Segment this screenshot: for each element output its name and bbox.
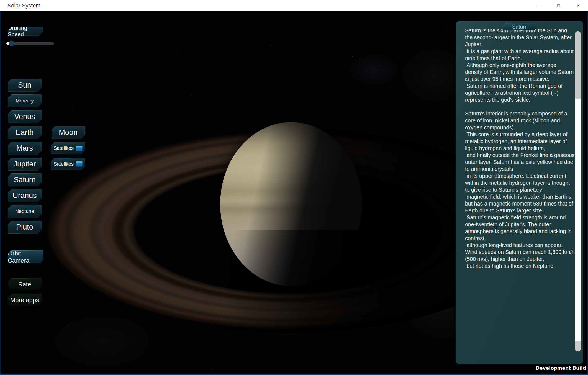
scrollbar-track-bottom[interactable]: [575, 341, 581, 351]
planet-button-jupiter[interactable]: Jupiter: [8, 158, 42, 171]
button-label: Orbit Camera: [8, 250, 43, 264]
planet-button-sun[interactable]: Sun: [8, 79, 42, 92]
planet-button-mercury[interactable]: Mercury: [8, 94, 42, 107]
planet-button-earth[interactable]: Earth: [8, 126, 42, 139]
window-controls: — □ ✕: [529, 0, 588, 11]
planet-button-mars[interactable]: Mars: [8, 142, 42, 155]
info-panel-scrollbar[interactable]: [575, 31, 581, 351]
close-button[interactable]: ✕: [568, 0, 588, 11]
satellites-button-1[interactable]: Satellites: [51, 142, 85, 154]
button-label: Neptune: [15, 209, 34, 214]
planet-info-panel: Saturn Saturn is the sixth planet from t…: [456, 21, 583, 364]
button-label: Satellites: [53, 161, 74, 167]
button-label: Sun: [18, 81, 31, 89]
satellites-toggle-icon[interactable]: [76, 161, 83, 167]
button-label: Uranus: [12, 191, 37, 200]
more-apps-button[interactable]: More apps: [8, 294, 42, 306]
orbiting-speed-text: Orbiting Speed: [8, 25, 43, 38]
window-border-bottom: [0, 374, 588, 375]
satellites-toggle-icon[interactable]: [76, 146, 83, 151]
button-label: Mercury: [16, 98, 34, 104]
slider-handle[interactable]: [9, 41, 14, 46]
button-label: Rate: [18, 281, 31, 288]
button-label: Mars: [16, 144, 33, 153]
planet-button-uranus[interactable]: Uranus: [8, 189, 42, 202]
button-label: Venus: [14, 112, 35, 121]
minimize-button[interactable]: —: [529, 0, 549, 11]
info-text-scroll-area[interactable]: Saturn is the sixth planet from the Sun …: [465, 29, 575, 356]
button-label: More apps: [10, 297, 39, 304]
moon-button[interactable]: Moon: [52, 126, 85, 139]
button-label: Moon: [59, 128, 78, 137]
maximize-icon: □: [557, 3, 560, 8]
info-panel-title: Saturn: [512, 24, 528, 30]
button-label: Saturn: [14, 176, 36, 184]
window-border-left: [0, 12, 1, 375]
orbit-camera-button[interactable]: Orbit Camera: [8, 250, 43, 263]
solar-system-window: Solar System — □ ✕ Orbiting Speed: [0, 0, 588, 375]
orbiting-speed-slider[interactable]: [6, 42, 54, 45]
button-label: Jupiter: [13, 160, 36, 168]
button-label: Earth: [16, 128, 34, 137]
development-build-label: Development Build: [536, 365, 586, 371]
app-content: Orbiting Speed Sun Mercury Venus Earth M…: [0, 12, 588, 375]
planet-button-neptune[interactable]: Neptune: [8, 205, 42, 218]
planet-button-saturn[interactable]: Saturn: [8, 173, 42, 186]
nebula-glow: [338, 48, 410, 92]
title-bar: Solar System — □ ✕: [0, 0, 588, 11]
close-icon: ✕: [576, 3, 580, 8]
scrollbar-track-top[interactable]: [575, 31, 581, 99]
planet-button-venus[interactable]: Venus: [8, 110, 42, 123]
planet-button-pluto[interactable]: Pluto: [8, 221, 42, 234]
button-label: Satellites: [53, 145, 74, 151]
window-title: Solar System: [7, 0, 40, 11]
minimize-icon: —: [536, 3, 541, 9]
button-label: Pluto: [16, 223, 33, 232]
maximize-button[interactable]: □: [549, 0, 568, 11]
info-panel-title-tab: Saturn: [503, 23, 537, 30]
orbiting-speed-label: Orbiting Speed: [8, 27, 43, 36]
rate-button[interactable]: Rate: [8, 278, 42, 290]
info-body-text: Saturn is the sixth planet from the Sun …: [465, 29, 575, 269]
satellites-button-2[interactable]: Satellites: [51, 158, 85, 170]
